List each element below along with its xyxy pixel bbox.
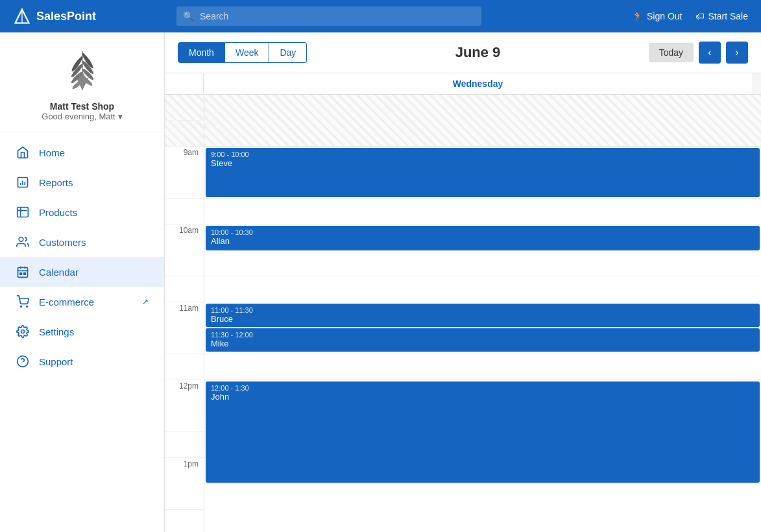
week-view-button[interactable]: Week (225, 42, 270, 63)
event-time: 9:00 - 10:00 (211, 151, 755, 158)
calendar-area: Wednesday 9am (165, 73, 761, 532)
sidebar-item-label: Reports (39, 177, 73, 188)
event-name: Mike (211, 339, 755, 348)
reports-icon (16, 175, 30, 189)
content: Month Week Day June 9 Today ‹ › Wednesda… (165, 32, 761, 532)
time-slot-1-30 (165, 510, 204, 532)
event-bruce[interactable]: 11:00 - 11:30 Bruce (206, 304, 760, 327)
svg-point-19 (19, 237, 23, 242)
prev-button[interactable]: ‹ (699, 42, 721, 64)
start-sale-label: Start Sale (708, 11, 748, 21)
main-layout: Matt Test Shop Good evening, Matt ▾ Home… (0, 32, 761, 532)
signout-button[interactable]: 🏃 Sign Out (632, 11, 682, 21)
time-label: 12pm (179, 381, 199, 391)
logo: SalesPoint (13, 7, 96, 25)
time-block-10am: 10:00 - 10:30 Allan (204, 224, 761, 276)
event-time: 10:00 - 10:30 (211, 228, 755, 236)
event-name: Steve (211, 158, 755, 168)
event-mike[interactable]: 11:30 - 12:00 Mike (206, 328, 760, 352)
sidebar-item-customers[interactable]: Customers (0, 227, 164, 257)
time-slot-12pm: 12pm (165, 380, 204, 432)
month-view-button[interactable]: Month (178, 42, 225, 63)
search-icon: 🔍 (183, 11, 194, 21)
sidebar-item-label: Customers (39, 237, 86, 248)
time-slot-early1 (165, 95, 204, 121)
time-column: 9am 10am 11am 12pm (165, 95, 204, 532)
calendar-toolbar: Month Week Day June 9 Today ‹ › (165, 32, 761, 73)
sidebar-item-label: Calendar (39, 267, 79, 278)
event-name: Allan (211, 236, 755, 246)
sidebar: Matt Test Shop Good evening, Matt ▾ Home… (0, 32, 165, 532)
calendar-body[interactable]: 9am 10am 11am 12pm (165, 95, 761, 532)
shop-greeting[interactable]: Good evening, Matt ▾ (13, 112, 151, 121)
sidebar-item-products[interactable]: Products (0, 197, 164, 227)
logo-icon (13, 7, 31, 25)
time-block-1pm (204, 484, 761, 532)
event-allan[interactable]: 10:00 - 10:30 Allan (206, 226, 760, 250)
svg-rect-16 (18, 208, 29, 217)
time-block-9am: 9:00 - 10:00 Steve (204, 147, 761, 199)
svg-rect-25 (24, 273, 26, 275)
sidebar-item-settings[interactable]: Settings (0, 317, 164, 346)
settings-icon (16, 324, 30, 339)
today-button[interactable]: Today (649, 43, 694, 62)
day-header: Wednesday (204, 73, 752, 94)
dropdown-chevron-icon: ▾ (118, 112, 123, 121)
time-slot-9am: 9am (165, 147, 204, 199)
calendar-grid: 9am 10am 11am 12pm (165, 95, 761, 532)
tag-icon: 🏷 (695, 11, 705, 21)
time-header (165, 73, 204, 94)
sidebar-item-calendar[interactable]: Calendar (0, 257, 164, 287)
time-slot-9-30 (165, 199, 204, 224)
customers-icon (16, 235, 30, 249)
event-steve[interactable]: 9:00 - 10:00 Steve (206, 148, 760, 197)
time-block-9-30 (204, 199, 761, 224)
scroll-spacer (752, 73, 761, 94)
signout-label: Sign Out (647, 11, 682, 21)
svg-point-28 (21, 330, 25, 333)
time-slot-10am: 10am (165, 224, 204, 276)
time-slot-11am: 11am (165, 302, 204, 354)
signout-icon: 🏃 (632, 11, 643, 21)
sidebar-item-home[interactable]: Home (0, 138, 164, 167)
day-view-button[interactable]: Day (269, 42, 307, 63)
event-john[interactable]: 12:00 - 1:30 John (206, 381, 760, 483)
next-button[interactable]: › (726, 42, 748, 64)
sidebar-item-support[interactable]: Support (0, 346, 164, 376)
time-block-10-30 (204, 276, 761, 302)
sidebar-item-label: E-commerce (39, 296, 94, 308)
svg-point-27 (27, 306, 28, 308)
start-sale-button[interactable]: 🏷 Start Sale (695, 11, 748, 21)
greeting-text: Good evening, Matt (42, 112, 115, 121)
sidebar-item-ecommerce[interactable]: E-commerce ↗ (0, 287, 164, 317)
sidebar-item-label: Home (39, 147, 65, 158)
time-slot-10-30 (165, 276, 204, 302)
time-slot-1pm: 1pm (165, 458, 204, 510)
home-icon (16, 145, 30, 160)
event-name: Bruce (211, 314, 755, 324)
sidebar-item-label: Settings (39, 326, 74, 337)
nav-controls: Today ‹ › (649, 42, 748, 64)
time-label: 9am (184, 148, 199, 157)
external-link-icon: ↗ (142, 297, 149, 306)
svg-rect-20 (18, 267, 28, 277)
time-slot-11-30 (165, 354, 204, 380)
time-slot-early2 (165, 121, 204, 147)
products-icon (16, 205, 30, 219)
time-label: 1pm (184, 459, 199, 468)
search-input[interactable] (176, 6, 481, 26)
events-column: 9:00 - 10:00 Steve 10:00 - 10:30 Allan (204, 95, 761, 532)
time-label: 10am (179, 226, 199, 235)
svg-point-26 (21, 306, 22, 308)
hatched-area (204, 95, 761, 147)
time-label: 11am (179, 304, 199, 313)
svg-rect-24 (20, 273, 21, 275)
event-time: 11:00 - 11:30 (211, 306, 755, 314)
time-block-11am: 11:00 - 11:30 Bruce 11:30 - 12:00 Mike (204, 302, 761, 354)
time-block-11-30 (204, 354, 761, 380)
shop-info: Matt Test Shop Good evening, Matt ▾ (0, 32, 164, 132)
sidebar-item-reports[interactable]: Reports (0, 167, 164, 197)
calendar-title: June 9 (315, 44, 640, 61)
ecommerce-icon (16, 295, 30, 309)
support-icon (16, 354, 30, 369)
